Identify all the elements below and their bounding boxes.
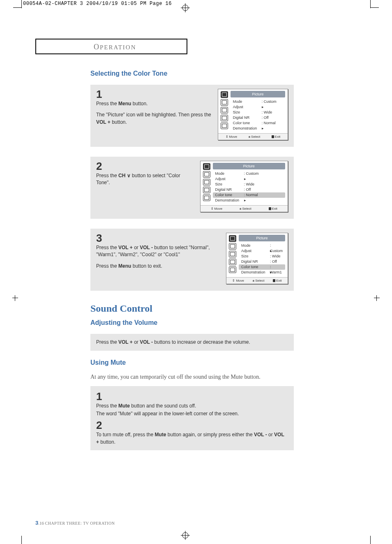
osd-footer: MoveSelectExit [201,205,288,212]
step-paragraph: Press the Mute button and the sound cuts… [96,403,288,410]
osd-icon-column [201,161,213,205]
osd-row: Demonstration [239,270,285,275]
osd-row-label: Size [215,182,244,187]
osd-category-icon [229,259,236,265]
chevron-right-icon [262,105,264,109]
osd-row-label: Digital NR [241,259,270,264]
heading-sound-control: Sound Control [90,303,353,314]
osd-title: Picture [239,235,285,241]
osd-row-label: Mode [215,171,244,176]
step-text: 3Press the VOL + or VOL - button to sele… [96,233,220,274]
osd-row-value: : Custom [270,243,283,248]
osd-row-label: Adjust [241,248,270,254]
osd-footer-move: Move [226,135,238,139]
osd-row: Mode: Custom [213,171,285,176]
osd-row: Size: Wide [231,110,285,115]
osd-row: Color tone: Normal [213,192,285,198]
subheading-using-mute: Using Mute [90,359,353,366]
osd-row-value: : Custom [244,171,283,176]
osd-row-label: Digital NR [233,115,262,120]
chevron-right-icon [270,249,272,253]
osd-category-icon [229,243,236,250]
chevron-right-icon [244,177,246,181]
osd-row-label: Mode [233,99,262,104]
osd-row: Adjust [239,248,285,254]
osd-row-value: : Wide [270,254,283,259]
step-paragraph: To turn mute off, press the Mute button … [96,431,288,446]
step-number: 1 [96,391,288,402]
chevron-right-icon [270,270,272,274]
chevron-right-icon [244,198,246,202]
osd-row-label: Demonstration [215,198,244,203]
registration-mark-icon [181,3,190,12]
osd-footer-select: Select [249,135,261,139]
osd-row-label: Adjust [233,104,262,110]
osd-row-value [244,198,283,203]
step-number: 1 [96,89,212,100]
osd-screenshot: PictureMode: CustomAdjustSize: WideDigit… [218,89,288,140]
osd-footer-move: Move [211,207,223,211]
step-paragraph: Press the CH ∨ button to select "Color T… [96,172,194,187]
osd-row-label: Color tone [241,264,270,270]
osd-screenshot: PictureMode: CustomAdjustSize: WideDigit… [226,233,288,284]
step-paragraph: Press the VOL + or VOL - button to selec… [96,244,220,259]
page-footer: 3.16 CHAPTER THREE: TV OPERATION [35,520,115,526]
osd-row-label: Size [233,110,262,115]
osd-title: Picture [213,163,285,169]
osd-row-value: : Warm1 [270,264,283,270]
osd-row: Demonstration [213,198,285,203]
osd-row-value [262,104,283,110]
osd-category-icon [221,91,228,98]
osd-category-icon [221,115,228,121]
osd-category-icon [221,123,228,129]
osd-footer: MoveSelectExit [218,133,288,140]
step-paragraph: The "Picture" icon will be highlighted. … [96,111,212,126]
osd-footer-exit: Exit [272,135,280,139]
step-text: 1Press the Menu button.The "Picture" ico… [96,89,212,130]
osd-footer-exit: Exit [269,207,277,211]
osd-category-icon [203,194,210,201]
osd-screenshot: PictureMode: CustomAdjustSize: WideDigit… [200,161,288,212]
osd-row-label: Color tone [233,120,262,126]
osd-row-label: Adjust [215,176,244,182]
osd-row: Adjust [213,176,285,182]
osd-row: Color tone: Warm1 [239,264,285,270]
osd-row-value: : Wide [262,110,283,115]
osd-category-icon [203,187,210,193]
step-number: 2 [96,161,194,171]
osd-category-icon [229,251,236,257]
osd-footer: MoveSelectExit [226,277,288,284]
osd-icon-column [218,89,231,133]
subheading-color-tone: Selecting the Color Tone [90,70,353,77]
osd-row-value: : Off [262,115,283,120]
mute-steps-box: 1Press the Mute button and the sound cut… [90,386,294,450]
osd-footer-exit: Exit [273,279,281,282]
step-paragraph: The word "Mute" will appear in the lower… [96,410,288,417]
osd-row-label: Demonstration [241,270,270,275]
section-tab-label: OPERATION [94,43,136,51]
step-paragraph: Press the Menu button. [96,100,212,107]
osd-footer-select: Select [253,279,265,282]
subheading-adjusting-volume: Adjusting the Volume [90,319,353,326]
step-number: 2 [96,420,288,431]
osd-category-icon [203,171,210,178]
step-number: 3 [96,233,220,243]
osd-row: Digital NR: Off [213,187,285,192]
step-card: 3Press the VOL + or VOL - button to sele… [90,229,294,291]
osd-row: Demonstration [231,126,285,131]
side-crosshair-icon [12,295,18,301]
osd-row-value [270,270,283,275]
step-text: 2Press the CH ∨ button to select "Color … [96,161,194,191]
osd-category-icon [221,107,228,113]
side-crosshair-icon [374,295,380,301]
osd-row-value: : Normal [244,192,283,198]
osd-row: Digital NR: Off [239,259,285,264]
osd-row-label: Digital NR [215,187,244,192]
footer-page-num: .16 [38,521,44,525]
osd-row-value [270,248,283,254]
slug-line: 00054A-02-CHAPTER 3 2004/10/19 01:05 PM … [23,1,172,7]
step-card: 2Press the CH ∨ button to select "Color … [90,157,294,219]
osd-row-value: : Custom [262,99,283,104]
osd-row-value [244,176,283,182]
osd-row-value: : Wide [244,182,283,187]
